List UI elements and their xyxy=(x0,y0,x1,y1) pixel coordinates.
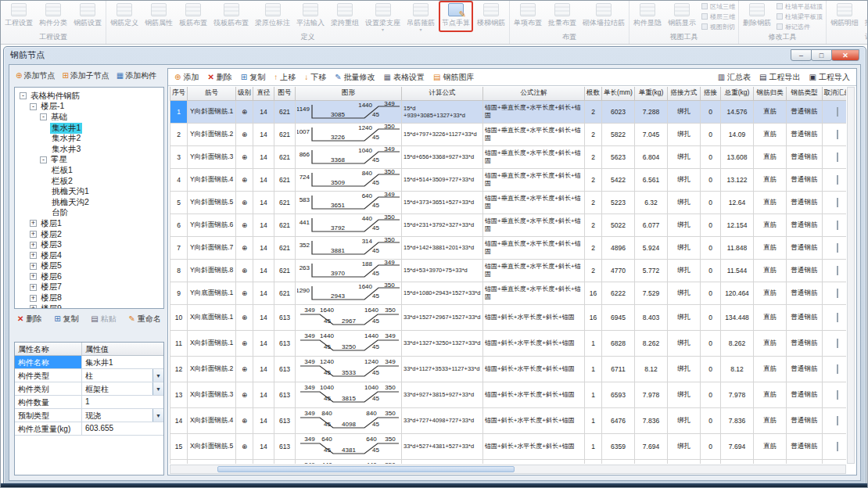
table-row[interactable]: 15X向斜面钢筋.5⊕146133496404381640350454533*d… xyxy=(170,433,847,459)
ribbon-item-rebar-define[interactable]: 钢筋定义 xyxy=(107,1,142,32)
property-value[interactable]: 1 xyxy=(82,396,163,408)
ribbon-item-report-preview[interactable]: 报表预览 xyxy=(862,1,868,32)
table-row[interactable]: 14X向斜面钢筋.4⊕146133498404098840350454533*d… xyxy=(170,407,847,433)
expand-icon[interactable]: + xyxy=(30,252,37,259)
tree-node[interactable]: 集水井1 xyxy=(20,123,163,134)
collapse-icon[interactable]: - xyxy=(40,156,47,163)
ribbon-item-column-wall-foundation-top[interactable]: 柱墙平基础顶 xyxy=(777,2,823,12)
checkbox-icon[interactable] xyxy=(837,289,838,298)
action-rename[interactable]: ✎重命名 xyxy=(129,314,161,325)
checkbox-icon[interactable] xyxy=(837,130,838,139)
checkbox-icon[interactable] xyxy=(837,198,838,207)
table-toolbar-table-settings[interactable]: ▦表格设置 xyxy=(384,72,425,83)
tree-node[interactable]: +楼层3 xyxy=(20,239,163,250)
column-header[interactable]: 公式注解 xyxy=(483,87,585,100)
table-row[interactable]: 5Y向斜面钢筋.5⊕1462158336516404534915*d+373+3… xyxy=(170,191,847,214)
tree-node[interactable]: 挑檐天沟1 xyxy=(20,186,163,197)
checkbox-icon[interactable] xyxy=(837,152,838,162)
checkbox-icon[interactable] xyxy=(837,243,838,253)
expand-icon[interactable]: + xyxy=(30,220,37,227)
checkbox-icon[interactable] xyxy=(837,339,838,348)
table-toolbar-batch-edit[interactable]: ✎批量修改 xyxy=(335,72,375,83)
expand-icon[interactable]: + xyxy=(30,284,37,291)
table-row[interactable]: 9Y向底面钢筋.1⊕146211290294316404535015*d+108… xyxy=(170,282,847,304)
table-toolbar-delete[interactable]: ✕删除 xyxy=(207,72,231,83)
collapse-icon[interactable]: - xyxy=(40,113,47,120)
action-delete[interactable]: ✕删除 xyxy=(17,314,41,325)
table-toolbar-move-down[interactable]: ↓下移 xyxy=(304,72,326,83)
table-row[interactable]: 7Y向斜面钢筋.7⊕1462135238813144535015*d+142+3… xyxy=(170,236,847,259)
ribbon-item-beam-support[interactable]: 设置梁支座▾ xyxy=(362,1,404,32)
tree-node[interactable]: +楼层9 xyxy=(20,303,163,309)
table-toolbar-add[interactable]: ⊕添加 xyxy=(174,72,199,83)
horizontal-scrollbar-thumb[interactable] xyxy=(217,466,515,472)
ribbon-item-batch-layout[interactable]: 批量布置 xyxy=(545,1,579,32)
tree-node[interactable]: +楼层5 xyxy=(20,261,163,272)
dialog-title-bar[interactable]: 钢筋节点 – □ ✕ xyxy=(4,47,866,63)
column-header[interactable]: 级别 xyxy=(236,87,253,100)
column-header[interactable]: 钢筋类型 xyxy=(787,87,823,100)
tree-node[interactable]: 栏板2 xyxy=(20,176,163,187)
column-header[interactable]: 单长(mm) xyxy=(602,87,635,100)
table-toolbar-rebar-gallery[interactable]: ▤钢筋图库 xyxy=(433,72,474,83)
table-row[interactable]: 10X向底面钢筋.1⊕14613349164029671640350454533… xyxy=(170,304,847,330)
ribbon-item-stair-rebar[interactable]: 楼梯钢筋 xyxy=(474,1,508,32)
checkbox-icon[interactable] xyxy=(837,390,838,400)
table-row[interactable]: 2Y向斜面钢筋.2⊕146211007322612404535015*d+797… xyxy=(170,123,847,145)
expand-icon[interactable]: + xyxy=(30,295,37,302)
ribbon-item-view-section[interactable]: 视图剖切 xyxy=(701,22,735,32)
ribbon-item-slab-rebar-layout[interactable]: 板筋布置 xyxy=(176,1,210,32)
sidebar-toolbar-add-child-node[interactable]: ⊞添加子节点 xyxy=(62,70,109,81)
maximize-button[interactable]: □ xyxy=(811,49,832,61)
ribbon-item-masonry-tie-rebar[interactable]: 砌体墙拉结筋 xyxy=(579,1,628,32)
tree-node[interactable]: -零星 xyxy=(20,155,163,166)
property-value[interactable]: 柱▼ xyxy=(82,369,163,382)
checkbox-icon[interactable] xyxy=(837,416,838,425)
tree-node[interactable]: +楼层8 xyxy=(20,292,163,303)
checkbox-icon[interactable] xyxy=(837,442,838,451)
ribbon-item-column-wall-beam-slab-top[interactable]: 柱墙梁平板顶 xyxy=(777,12,823,22)
tree-node[interactable]: -楼层-1 xyxy=(20,102,163,113)
chevron-down-icon[interactable]: ▼ xyxy=(152,409,163,422)
horizontal-scrollbar[interactable] xyxy=(170,465,846,474)
ribbon-item-delete-rebar[interactable]: 删除钢筋 xyxy=(740,1,774,32)
column-header[interactable]: 搭接 xyxy=(701,87,721,100)
column-header[interactable]: 钢筋归类 xyxy=(754,87,787,100)
action-copy[interactable]: ⊞复制 xyxy=(54,314,78,325)
tree-node[interactable]: 集水井3 xyxy=(20,144,163,155)
table-row[interactable]: 13X向斜面钢筋.3⊕14613349104038151040350454533… xyxy=(170,382,847,407)
table-row[interactable]: 6Y向斜面钢筋.6⊕1462144137924404535015*d+231+3… xyxy=(170,214,847,236)
tree-node[interactable]: +楼层7 xyxy=(20,282,163,293)
table-row[interactable]: 8Y向斜面钢筋.8⊕1462126339701884534915*d+53+39… xyxy=(170,259,847,282)
checkbox-icon[interactable] xyxy=(837,175,838,185)
ribbon-item-component-category[interactable]: 构件分类 xyxy=(36,1,70,32)
expand-icon[interactable]: + xyxy=(30,231,37,238)
tree-node[interactable]: +楼层2 xyxy=(20,229,163,240)
ribbon-item-rebar-settings[interactable]: 钢筋设置 xyxy=(70,1,105,32)
expand-icon[interactable]: + xyxy=(30,273,37,280)
ribbon-item-raft-rebar-layout[interactable]: 筏板筋布置 xyxy=(210,1,252,32)
ribbon-item-rebar-property[interactable]: 钢筋属性 xyxy=(142,1,176,32)
ribbon-item-single-layout[interactable]: 单项布置 xyxy=(511,1,545,32)
sidebar-toolbar-add-node[interactable]: ⊕添加节点 xyxy=(16,70,55,81)
tree-node[interactable]: 台阶 xyxy=(20,208,163,219)
ribbon-item-rebar-detail[interactable]: 钢筋明细 xyxy=(827,1,862,32)
property-value[interactable]: 框架柱▼ xyxy=(82,382,163,395)
close-button[interactable]: ✕ xyxy=(831,49,859,61)
table-row[interactable]: 3Y向斜面钢筋.3⊕14621866336810404534915*d+656+… xyxy=(170,145,847,168)
ribbon-item-rebar-display[interactable]: 钢筋显示 xyxy=(665,1,699,32)
column-header[interactable]: 图号 xyxy=(274,87,296,100)
ribbon-item-beam-insitu-annotation[interactable]: 梁原位标注 xyxy=(252,1,293,32)
column-header[interactable]: 根数 xyxy=(585,87,602,100)
expand-icon[interactable]: + xyxy=(30,242,37,249)
column-header[interactable]: 筋号 xyxy=(188,87,236,100)
column-header[interactable]: 取消汇总 xyxy=(823,87,847,100)
tree-node[interactable]: 集水井2 xyxy=(20,133,163,144)
property-value[interactable]: 现浇▼ xyxy=(82,409,163,422)
expand-icon[interactable]: + xyxy=(30,305,37,309)
table-row[interactable]: 11X向斜面钢筋.1⊕14613349144032501440349454533… xyxy=(170,330,847,356)
table-toolbar-project-import[interactable]: ▣工程导入 xyxy=(809,72,850,83)
table-row[interactable]: 4Y向斜面钢筋.4⊕1462172435098404535015*d+514+3… xyxy=(170,168,847,191)
table-row[interactable]: 1Y向斜面钢筋.1⊕146211149308514404534915*d +93… xyxy=(170,100,847,123)
ribbon-item-component-visibility[interactable]: 构件显隐 xyxy=(630,1,665,32)
